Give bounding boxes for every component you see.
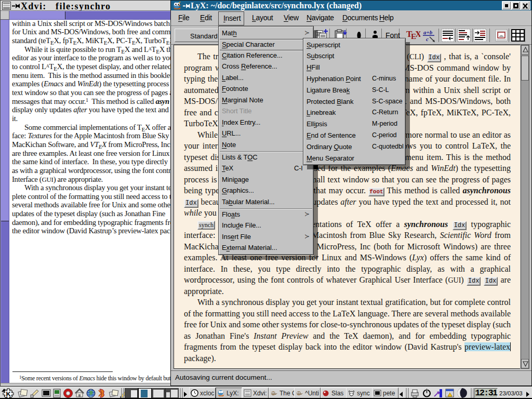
svg-text:c: c bbox=[426, 36, 429, 42]
svg-text:K: K bbox=[6, 390, 11, 398]
svg-text:a+b: a+b bbox=[423, 29, 433, 35]
svg-text:X: X bbox=[415, 29, 420, 39]
